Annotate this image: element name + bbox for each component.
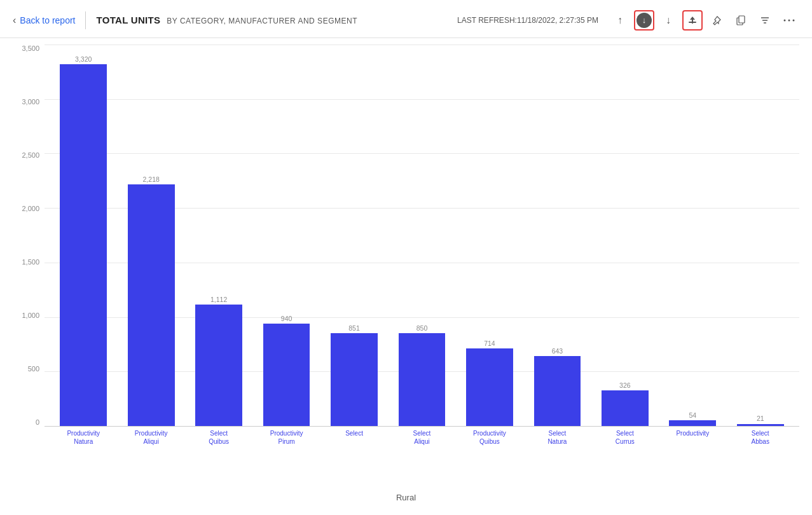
back-label: Back to report: [20, 15, 75, 25]
bar-group[interactable]: 643: [525, 45, 589, 426]
push-to-report-button[interactable]: [682, 10, 703, 31]
page-title: TOTAL UNITS: [96, 15, 160, 25]
bar: [60, 64, 107, 426]
bar-group[interactable]: 3,320: [51, 45, 116, 426]
x-label-group: SelectAbbas: [728, 429, 793, 446]
page-subtitle: BY CATEGORY, MANUFACTURER AND SEGMENT: [167, 17, 357, 25]
y-axis-label: 3,000: [13, 98, 45, 106]
bar: [669, 420, 716, 426]
bar: [602, 390, 649, 426]
x-label-group: SelectQuibus: [186, 429, 251, 446]
x-label-group: SelectCurrus: [593, 429, 657, 446]
copy-icon: [736, 15, 746, 25]
bar-group[interactable]: 326: [593, 45, 657, 426]
y-axis-label: 1,500: [13, 258, 45, 266]
header: ‹ Back to report TOTAL UNITS BY CATEGORY…: [0, 0, 812, 38]
bar-group[interactable]: 940: [254, 45, 319, 426]
y-axis-label: 2,500: [13, 151, 45, 159]
pin-icon: [712, 15, 722, 25]
bar-value-label: 326: [619, 381, 631, 389]
bar-value-label: 3,320: [75, 55, 92, 63]
sort-desc-icon[interactable]: ↓: [658, 10, 678, 31]
bar: [399, 333, 446, 426]
bar-value-label: 643: [552, 347, 563, 355]
bar: [128, 184, 175, 426]
x-axis-label: ProductivityPirum: [270, 429, 303, 446]
bar-value-label: 850: [416, 324, 428, 332]
y-axis-label: 0: [13, 418, 45, 426]
x-label-group: ProductivityNatura: [51, 429, 116, 446]
filter-button[interactable]: [755, 10, 775, 31]
zero-line: [45, 426, 799, 427]
svg-point-8: [793, 19, 795, 21]
bar-value-label: 940: [281, 315, 292, 322]
bar-value-label: 714: [484, 340, 495, 347]
bar-group[interactable]: 851: [322, 45, 387, 426]
x-labels: ProductivityNaturaProductivityAliquiSele…: [45, 429, 799, 446]
x-axis-label: SelectCurrus: [616, 429, 635, 446]
bar-value-label: 2,218: [143, 175, 160, 183]
chevron-left-icon: ‹: [13, 15, 16, 26]
vertical-divider: [85, 11, 86, 29]
y-axis-label: 1,000: [13, 312, 45, 319]
x-axis-label: SelectAliqui: [413, 429, 431, 446]
bar: [534, 356, 581, 426]
segment-label: Rural: [396, 493, 416, 502]
x-axis-label: SelectNatura: [547, 429, 567, 446]
bar-value-label: 851: [348, 324, 360, 332]
more-icon: [783, 19, 795, 22]
y-axis-label: 500: [13, 365, 45, 373]
x-axis-label: ProductivityAliqui: [135, 429, 168, 446]
back-to-report-button[interactable]: ‹ Back to report: [13, 15, 75, 26]
download-button[interactable]: ↓: [634, 10, 654, 31]
filter-icon: [760, 15, 770, 25]
y-axis-label: 3,500: [13, 45, 45, 52]
push-icon: [687, 15, 698, 25]
bar-group[interactable]: 714: [457, 45, 522, 426]
x-axis-label: Productivity: [676, 429, 709, 437]
x-label-group: ProductivityAliqui: [118, 429, 183, 446]
bar: [195, 305, 242, 426]
bar-value-label: 21: [757, 415, 764, 422]
pin-button[interactable]: [706, 10, 727, 31]
x-label-group: ProductivityQuibus: [457, 429, 522, 446]
more-options-button[interactable]: [779, 10, 799, 31]
copy-button[interactable]: [731, 10, 751, 31]
title-block: TOTAL UNITS BY CATEGORY, MANUFACTURER AN…: [96, 15, 357, 25]
x-axis-label: ProductivityNatura: [67, 429, 100, 446]
x-label-group: SelectAliqui: [389, 429, 454, 446]
bar-group[interactable]: 1,112: [186, 45, 251, 426]
download-icon: ↓: [637, 13, 652, 28]
bars-area: 3,3202,2181,1129408518507146433265421: [45, 45, 799, 426]
y-axis-label: 2,000: [13, 205, 45, 212]
bar-group[interactable]: 54: [660, 45, 725, 426]
header-right: LAST REFRESH:11/18/2022, 2:27:35 PM ↑ ↓ …: [457, 10, 799, 31]
header-left: ‹ Back to report TOTAL UNITS BY CATEGORY…: [13, 11, 357, 29]
x-axis-label: Select: [345, 429, 363, 437]
y-axis: 3,5003,0002,5002,0001,5001,0005000: [13, 45, 45, 426]
bar-group[interactable]: 2,218: [118, 45, 183, 426]
bar: [263, 324, 310, 426]
x-axis-label: SelectAbbas: [752, 429, 769, 446]
bar-value-label: 1,112: [210, 296, 227, 303]
chart-area: 3,5003,0002,5002,0001,5001,0005000 3,320…: [0, 38, 812, 515]
svg-point-6: [784, 19, 786, 21]
bar-group[interactable]: 21: [728, 45, 793, 426]
x-label-group: ProductivityPirum: [254, 429, 319, 446]
sort-asc-icon[interactable]: ↑: [610, 10, 630, 31]
x-axis-label: SelectQuibus: [209, 429, 229, 446]
x-label-group: Productivity: [660, 429, 725, 446]
x-label-group: Select: [322, 429, 387, 446]
svg-rect-2: [739, 16, 745, 23]
bar: [466, 348, 513, 426]
chart-container: 3,5003,0002,5002,0001,5001,0005000 3,320…: [13, 45, 799, 464]
x-label-group: SelectNatura: [525, 429, 589, 446]
x-axis-label: ProductivityQuibus: [473, 429, 506, 446]
bar: [331, 333, 378, 426]
bar-value-label: 54: [689, 411, 696, 419]
bar-group[interactable]: 850: [389, 45, 454, 426]
svg-point-7: [788, 19, 790, 21]
refresh-info: LAST REFRESH:11/18/2022, 2:27:35 PM: [457, 16, 598, 25]
